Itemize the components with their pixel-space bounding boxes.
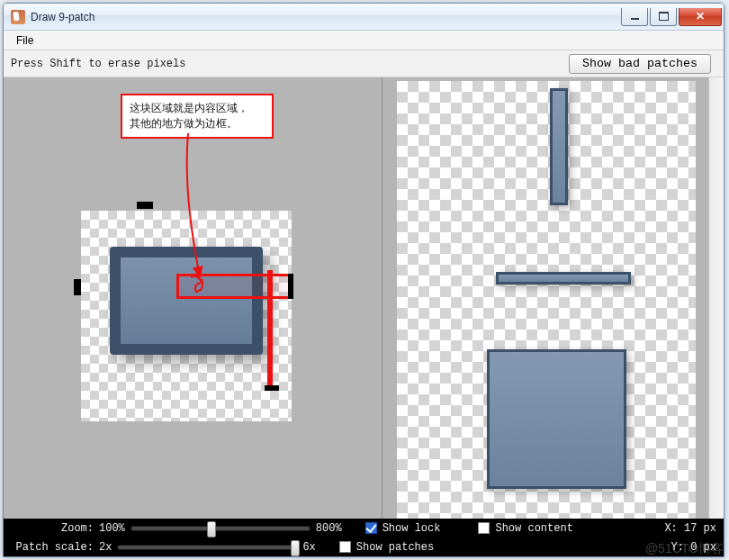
show-content-label: Show content [495,522,572,535]
minimize-button[interactable] [621,8,648,26]
edit-pane[interactable]: 这块区域就是内容区域， 其他的地方做为边框。 [4,77,382,519]
preview-canvas [397,81,696,519]
show-lock-label: Show lock [382,522,441,535]
menu-file[interactable]: File [9,32,40,49]
right-content-marker[interactable] [288,274,293,299]
hint-text: Press Shift to erase pixels [11,58,185,70]
preview-pane[interactable] [382,77,724,519]
toolbar: Press Shift to erase pixels Show bad pat… [4,50,724,77]
zoom-min: 100% [99,522,125,535]
nine-patch-canvas[interactable] [81,211,292,421]
patch-scale-slider[interactable] [117,545,297,550]
show-patches-checkbox[interactable] [339,541,351,553]
zoom-slider[interactable] [130,526,310,531]
window-controls: ✕ [621,8,722,26]
top-stretch-marker[interactable] [137,202,153,209]
scale-max: 6x [302,541,315,554]
source-image [110,247,263,355]
scale-min: 2x [99,541,112,554]
bottom-content-marker[interactable] [265,385,279,391]
menubar: File [4,31,724,50]
zoom-max: 800% [316,522,342,535]
show-lock-checkbox[interactable] [365,522,377,534]
cursor-y: Y: 0 px [671,541,716,554]
show-bad-patches-button[interactable]: Show bad patches [569,54,711,74]
app-icon [11,10,25,24]
slider-thumb[interactable] [291,540,300,556]
cursor-x: X: 17 px [664,522,716,535]
zoom-label: Zoom: [11,522,94,535]
titlebar[interactable]: Draw 9-patch ✕ [4,4,724,31]
annotation-line1: 这块区域就是内容区域， [130,102,248,114]
app-window: Draw 9-patch ✕ File Press Shift to erase… [3,3,724,557]
preview-vertical [550,88,568,205]
show-content-checkbox[interactable] [478,522,490,534]
maximize-button[interactable] [650,8,677,26]
show-patches-label: Show patches [356,541,434,554]
content-region-horizontal[interactable] [176,274,293,299]
preview-horizontal [496,272,631,285]
window-title: Draw 9-patch [31,11,94,23]
annotation-line2: 其他的地方做为边框。 [130,117,238,130]
content-region-vertical[interactable] [267,270,273,387]
status-bar: Zoom: 100% 800% Show lock Show content X… [4,519,724,556]
patch-scale-label: Patch scale: [11,541,94,554]
left-stretch-marker[interactable] [74,279,81,295]
workspace: 这块区域就是内容区域， 其他的地方做为边框。 [4,77,724,519]
slider-thumb[interactable] [207,521,216,537]
close-button[interactable]: ✕ [679,8,722,26]
annotation-callout: 这块区域就是内容区域， 其他的地方做为边框。 [121,94,274,139]
preview-both [487,349,626,489]
